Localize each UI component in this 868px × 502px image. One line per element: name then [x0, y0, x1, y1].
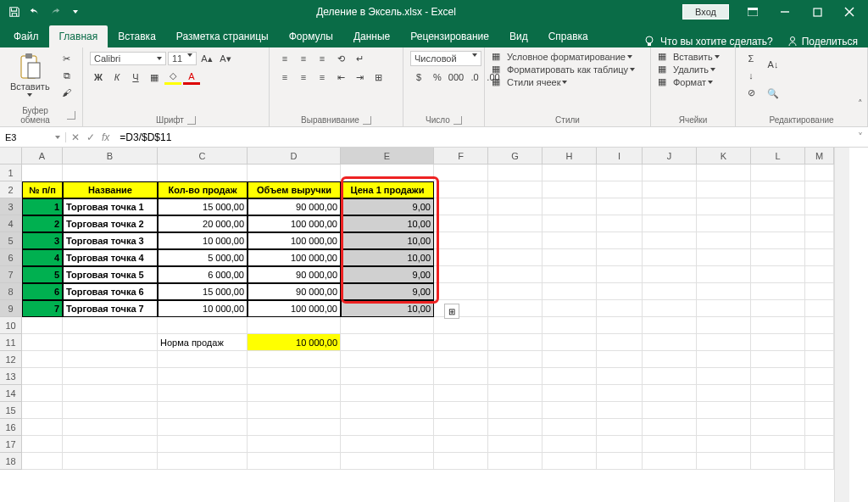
cell[interactable]: [22, 436, 63, 453]
cell[interactable]: [434, 165, 488, 181]
cell[interactable]: 9,00: [341, 283, 434, 300]
undo-icon[interactable]: [25, 3, 44, 21]
cell[interactable]: [488, 453, 542, 470]
collapse-ribbon-icon[interactable]: ˄: [858, 98, 863, 109]
cell[interactable]: [63, 317, 158, 334]
cell[interactable]: [63, 402, 158, 419]
row-header[interactable]: 11: [0, 334, 22, 351]
cell[interactable]: [643, 419, 697, 436]
insert-cells-button[interactable]: ▦Вставить: [658, 51, 720, 62]
cell[interactable]: [434, 402, 488, 419]
share-button[interactable]: Поделиться: [787, 36, 858, 47]
cell[interactable]: 10 000,00: [158, 300, 248, 317]
cell[interactable]: [248, 402, 341, 419]
cell[interactable]: 5: [22, 266, 63, 283]
cell[interactable]: [488, 198, 542, 215]
cell[interactable]: [697, 266, 751, 283]
cell[interactable]: [248, 165, 341, 181]
cell[interactable]: [434, 266, 488, 283]
cell[interactable]: [751, 436, 805, 453]
wrap-text-icon[interactable]: ↵: [351, 51, 368, 66]
cell[interactable]: [158, 385, 248, 402]
cell[interactable]: [597, 215, 643, 232]
conditional-formatting-button[interactable]: ▦Условное форматирование: [492, 51, 632, 62]
cell[interactable]: [805, 215, 834, 232]
cell[interactable]: [643, 436, 697, 453]
cell[interactable]: [751, 198, 805, 215]
cell[interactable]: [434, 436, 488, 453]
cell[interactable]: [697, 419, 751, 436]
cell[interactable]: [22, 385, 63, 402]
cell[interactable]: Торговая точка 3: [63, 232, 158, 249]
col-header[interactable]: M: [805, 148, 834, 165]
cell[interactable]: 1: [22, 198, 63, 215]
cell[interactable]: 20 000,00: [158, 215, 248, 232]
cell[interactable]: [643, 165, 697, 181]
cell[interactable]: [434, 334, 488, 351]
cell[interactable]: [751, 419, 805, 436]
cell[interactable]: [751, 232, 805, 249]
cell[interactable]: [488, 402, 542, 419]
col-header[interactable]: A: [22, 148, 63, 165]
row-header[interactable]: 4: [0, 215, 22, 232]
cell[interactable]: 15 000,00: [158, 198, 248, 215]
vertical-scrollbar[interactable]: [834, 148, 849, 502]
cell[interactable]: [248, 368, 341, 385]
cell[interactable]: [542, 283, 597, 300]
row-header[interactable]: 3: [0, 198, 22, 215]
cell[interactable]: [542, 215, 597, 232]
row-header[interactable]: 6: [0, 249, 22, 266]
cell[interactable]: [697, 351, 751, 368]
cell[interactable]: [597, 300, 643, 317]
tab-layout[interactable]: Разметка страницы: [166, 25, 279, 47]
ribbon-display-icon[interactable]: [737, 0, 768, 24]
delete-cells-button[interactable]: ▦Удалить: [658, 64, 715, 75]
cell[interactable]: [643, 181, 697, 198]
row-header[interactable]: 12: [0, 351, 22, 368]
cell[interactable]: [597, 317, 643, 334]
col-header[interactable]: L: [751, 148, 805, 165]
cell[interactable]: [158, 351, 248, 368]
cell[interactable]: [697, 300, 751, 317]
sort-filter-icon[interactable]: A↓: [765, 51, 782, 78]
align-top-icon[interactable]: ≡: [276, 51, 293, 66]
cell[interactable]: [697, 249, 751, 266]
tab-data[interactable]: Данные: [343, 25, 400, 47]
cell[interactable]: [488, 249, 542, 266]
row-header[interactable]: 16: [0, 419, 22, 436]
cell[interactable]: [63, 453, 158, 470]
cell[interactable]: [643, 453, 697, 470]
cell[interactable]: [643, 317, 697, 334]
cell[interactable]: 10,00: [341, 215, 434, 232]
cell[interactable]: [434, 181, 488, 198]
cell[interactable]: [697, 232, 751, 249]
maximize-icon[interactable]: [802, 0, 832, 24]
col-header[interactable]: F: [434, 148, 488, 165]
cell[interactable]: [751, 181, 805, 198]
cell[interactable]: [751, 266, 805, 283]
cell[interactable]: 5 000,00: [158, 249, 248, 266]
cell[interactable]: [341, 453, 434, 470]
cell[interactable]: 10,00: [341, 249, 434, 266]
cell[interactable]: 100 000,00: [248, 215, 341, 232]
cell[interactable]: [643, 232, 697, 249]
cell[interactable]: [63, 165, 158, 181]
cell[interactable]: [805, 368, 834, 385]
cell[interactable]: [488, 215, 542, 232]
cell[interactable]: 90 000,00: [248, 283, 341, 300]
cell[interactable]: [643, 368, 697, 385]
italic-button[interactable]: К: [108, 70, 125, 85]
grid-body[interactable]: ⊞ № п/пНазваниеКол-во продажОбъем выручк…: [22, 165, 834, 470]
cell[interactable]: [488, 266, 542, 283]
sign-in-button[interactable]: Вход: [682, 4, 729, 20]
row-header[interactable]: 10: [0, 317, 22, 334]
cell[interactable]: [805, 300, 834, 317]
font-name-select[interactable]: Calibri: [90, 52, 166, 65]
cell[interactable]: [751, 453, 805, 470]
close-icon[interactable]: [834, 0, 865, 24]
cell[interactable]: 90 000,00: [248, 266, 341, 283]
name-box[interactable]: E3: [0, 132, 66, 142]
cell[interactable]: [434, 249, 488, 266]
cell[interactable]: [597, 198, 643, 215]
cell[interactable]: [751, 385, 805, 402]
